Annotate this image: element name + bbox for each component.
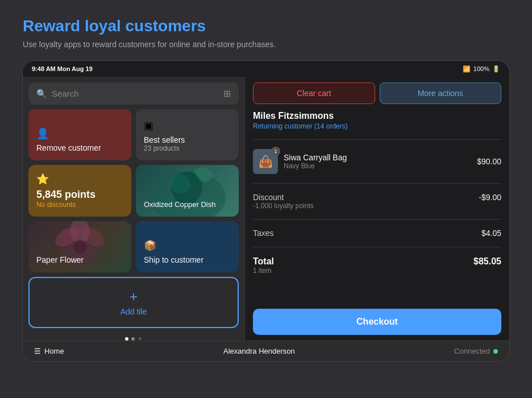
total-sublabel: 1 item bbox=[253, 267, 274, 275]
best-sellers-icon: ▣ bbox=[144, 119, 231, 132]
best-sellers-count: 23 products bbox=[144, 144, 231, 152]
discount-info: Discount -1,000 loyalty points bbox=[253, 193, 314, 210]
tile-paper-flower[interactable]: Paper Flower bbox=[28, 221, 131, 272]
tiles-grid: 👤 Remove customer ▣ Best sellers 23 prod… bbox=[28, 109, 239, 272]
tile-best-sellers[interactable]: ▣ Best sellers 23 products bbox=[136, 109, 239, 160]
checkout-button[interactable]: Checkout bbox=[253, 309, 501, 335]
divider-3 bbox=[253, 219, 501, 219]
divider-1 bbox=[253, 139, 501, 140]
ship-icon: 📦 bbox=[144, 239, 231, 252]
action-buttons: Clear cart More actions bbox=[253, 82, 501, 104]
tab-user: Alexandra Henderson bbox=[223, 347, 295, 355]
remove-customer-icon: 👤 bbox=[36, 127, 123, 140]
customer-name: Miles Fitzsimmons bbox=[253, 111, 501, 121]
divider-4 bbox=[253, 247, 501, 247]
tab-bar: ☰ Home Alexandra Henderson Connected bbox=[23, 341, 509, 361]
search-left: 🔍 Search bbox=[36, 89, 79, 99]
total-label: Total bbox=[253, 256, 274, 267]
discount-label: Discount bbox=[253, 193, 314, 202]
tile-oxidized-copper[interactable]: Oxidized Copper Dish bbox=[136, 165, 239, 217]
dot-1 bbox=[125, 337, 128, 341]
points-icon: ⭐ bbox=[36, 173, 123, 185]
points-value: 5,845 points bbox=[36, 189, 123, 201]
discount-value: -$9.00 bbox=[479, 193, 501, 202]
paper-flower-label: Paper Flower bbox=[36, 255, 123, 264]
search-icon: 🔍 bbox=[36, 89, 47, 99]
header-section: Reward loyal customers Use loyalty apps … bbox=[0, 0, 532, 60]
customer-status: Returning customer (14 orders) bbox=[253, 122, 501, 130]
left-panel: 🔍 Search ⊞ 👤 Remove customer ▣ Best sell… bbox=[23, 77, 244, 341]
cart-item: 1 👜 Siwa Carryall Bag Navy Blue $90.00 bbox=[253, 144, 501, 179]
discount-sublabel: -1,000 loyalty points bbox=[253, 202, 314, 210]
discount-row: Discount -1,000 loyalty points -$9.00 bbox=[253, 188, 501, 214]
battery-level: 100% bbox=[473, 65, 489, 72]
status-time: 9:48 AM Mon Aug 19 bbox=[32, 65, 93, 72]
taxes-label: Taxes bbox=[253, 229, 274, 238]
search-bar[interactable]: 🔍 Search ⊞ bbox=[28, 82, 239, 105]
add-plus-icon: + bbox=[130, 289, 138, 305]
dot-plus: + bbox=[138, 335, 142, 341]
svg-point-1 bbox=[171, 175, 190, 194]
cart-item-variant: Navy Blue bbox=[284, 162, 471, 170]
taxes-value: $4.05 bbox=[481, 229, 501, 238]
cart-item-image: 1 👜 bbox=[253, 149, 278, 174]
svg-point-6 bbox=[73, 241, 86, 254]
customer-section: Miles Fitzsimmons Returning customer (14… bbox=[253, 111, 501, 130]
oxidized-copper-label: Oxidized Copper Dish bbox=[144, 200, 231, 209]
total-info: Total 1 item bbox=[253, 256, 274, 275]
dot-2 bbox=[131, 337, 135, 341]
page-title: Reward loyal customers bbox=[23, 17, 509, 35]
bag-icon: 👜 bbox=[259, 155, 273, 168]
right-panel: Clear cart More actions Miles Fitzsimmon… bbox=[244, 77, 509, 341]
hamburger-icon: ☰ bbox=[34, 347, 41, 355]
home-label: Home bbox=[44, 347, 64, 355]
points-discount: No discounts bbox=[36, 201, 123, 209]
more-actions-button[interactable]: More actions bbox=[380, 82, 502, 104]
tile-add[interactable]: + Add tile bbox=[28, 277, 239, 328]
clear-cart-button[interactable]: Clear cart bbox=[253, 82, 375, 104]
battery-icon: 🔋 bbox=[492, 65, 500, 73]
tile-ship-to-customer[interactable]: 📦 Ship to customer bbox=[136, 221, 239, 272]
ship-label: Ship to customer bbox=[144, 255, 231, 264]
status-bar: 9:48 AM Mon Aug 19 📶 100% 🔋 bbox=[23, 61, 509, 77]
connected-label: Connected bbox=[454, 347, 490, 355]
grid-icon[interactable]: ⊞ bbox=[223, 88, 231, 99]
tile-points[interactable]: ⭐ 5,845 points No discounts bbox=[28, 165, 131, 217]
tile-remove-customer[interactable]: 👤 Remove customer bbox=[28, 109, 131, 160]
best-sellers-label: Best sellers bbox=[144, 135, 231, 144]
cart-item-info: Siwa Carryall Bag Navy Blue bbox=[284, 153, 471, 170]
remove-customer-label: Remove customer bbox=[36, 143, 123, 152]
device-frame: 9:48 AM Mon Aug 19 📶 100% 🔋 🔍 Search ⊞ bbox=[22, 60, 510, 362]
page-subtitle: Use loyalty apps to reward customers for… bbox=[23, 40, 509, 49]
cart-item-name: Siwa Carryall Bag bbox=[284, 153, 471, 162]
tab-home[interactable]: ☰ Home bbox=[34, 347, 64, 355]
status-right: 📶 100% 🔋 bbox=[463, 65, 500, 73]
total-row: Total 1 item $85.05 bbox=[253, 252, 501, 279]
tab-connected: Connected bbox=[454, 347, 498, 355]
total-value: $85.05 bbox=[473, 256, 501, 267]
add-tile-label: Add tile bbox=[120, 307, 147, 316]
connected-dot bbox=[493, 349, 498, 354]
divider-2 bbox=[253, 183, 501, 184]
cart-item-quantity: 1 bbox=[271, 147, 280, 156]
taxes-row: Taxes $4.05 bbox=[253, 224, 501, 242]
dot-indicators: + bbox=[28, 333, 239, 341]
wifi-icon: 📶 bbox=[463, 65, 471, 73]
search-label: Search bbox=[52, 89, 79, 98]
cart-item-price: $90.00 bbox=[477, 157, 501, 166]
device-content: 🔍 Search ⊞ 👤 Remove customer ▣ Best sell… bbox=[23, 77, 509, 341]
